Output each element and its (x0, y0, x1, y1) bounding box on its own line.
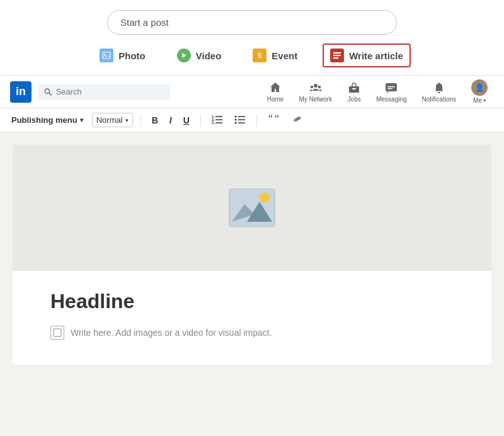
photo-button[interactable]: Photo (93, 45, 152, 66)
ordered-list-icon: 1. 2. 3. (212, 114, 223, 124)
publishing-menu-chevron-icon: ▾ (80, 117, 83, 123)
svg-line-7 (49, 93, 52, 95)
toolbar-divider-2 (200, 114, 201, 127)
search-icon (44, 88, 52, 96)
network-icon (309, 81, 323, 95)
write-article-button[interactable]: Write article (323, 43, 411, 67)
publishing-menu-button[interactable]: Publishing menu ▾ (8, 113, 87, 127)
svg-point-34 (260, 193, 270, 203)
nav-notifications-label: Notifications (422, 96, 456, 103)
svg-point-23 (234, 116, 236, 118)
italic-button[interactable]: I (166, 113, 175, 127)
nav-bar: in Home My Network (0, 76, 504, 108)
format-chevron-icon: ▾ (125, 117, 129, 123)
cover-image-placeholder-icon (227, 186, 277, 230)
nav-me-label: Me ▾ (473, 97, 486, 104)
start-post-placeholder: Start a post (120, 17, 169, 28)
photo-label: Photo (118, 50, 146, 61)
event-icon: 5 (253, 49, 266, 62)
unordered-list-button[interactable] (231, 112, 249, 128)
link-icon (292, 115, 303, 123)
video-button[interactable]: Video (171, 45, 228, 66)
headline-placeholder: Headline (50, 290, 134, 313)
home-icon (268, 81, 282, 95)
write-article-label: Write article (349, 50, 403, 61)
quote-button[interactable]: " " (265, 113, 284, 127)
write-article-icon (330, 49, 344, 62)
search-bar[interactable] (38, 84, 170, 100)
svg-rect-35 (54, 329, 61, 336)
bold-button[interactable]: B (149, 113, 161, 127)
cover-image-area[interactable] (13, 145, 491, 271)
write-hint-text: Write here. Add images or a video for vi… (71, 328, 272, 338)
svg-point-9 (311, 86, 313, 88)
svg-text:3.: 3. (212, 121, 215, 124)
messaging-icon (384, 81, 398, 95)
toolbar-divider-3 (256, 114, 257, 127)
nav-home[interactable]: Home (261, 78, 290, 105)
unordered-list-icon (234, 114, 246, 124)
svg-point-25 (234, 119, 236, 121)
nav-messaging-label: Messaging (376, 96, 406, 103)
event-label: Event (272, 50, 297, 61)
notifications-icon (432, 81, 446, 95)
video-label: Video (196, 50, 222, 61)
svg-rect-4 (333, 55, 341, 56)
svg-rect-15 (387, 88, 392, 89)
svg-point-27 (234, 122, 236, 124)
editor-area: Headline Write here. Add images or a vid… (0, 132, 504, 377)
format-select[interactable]: Normal ▾ (92, 113, 133, 127)
nav-network-label: My Network (299, 96, 332, 103)
nav-me[interactable]: 👤 Me ▾ (465, 77, 494, 106)
jobs-icon (347, 81, 361, 95)
chevron-down-icon: ▾ (483, 98, 486, 103)
avatar: 👤 (471, 79, 488, 96)
article-body: Headline Write here. Add images or a vid… (13, 271, 491, 365)
ordered-list-button[interactable]: 1. 2. 3. (209, 112, 226, 128)
post-action-bar: Photo Video 5 Event (13, 43, 491, 67)
underline-button[interactable]: U (180, 113, 193, 127)
linkedin-logo: in (10, 81, 32, 103)
write-hint-icon (50, 326, 64, 340)
nav-icons: Home My Network Jobs (261, 77, 494, 106)
post-creation-area: Start a post Photo Video (0, 0, 504, 76)
video-icon (177, 49, 191, 62)
link-button[interactable] (289, 113, 306, 127)
svg-point-8 (314, 84, 318, 88)
nav-jobs-label: Jobs (348, 96, 361, 103)
svg-marker-2 (182, 53, 186, 58)
svg-point-10 (318, 86, 321, 88)
headline-field[interactable]: Headline (50, 290, 454, 313)
photo-icon (100, 49, 113, 62)
svg-rect-5 (333, 57, 338, 59)
svg-rect-12 (352, 88, 356, 89)
svg-text:": " (268, 115, 273, 123)
svg-rect-0 (103, 52, 110, 59)
svg-point-6 (45, 89, 49, 93)
svg-rect-14 (387, 86, 395, 88)
quote-icon: " " (268, 115, 280, 123)
publishing-menu-label: Publishing menu (11, 115, 77, 125)
svg-point-16 (438, 92, 440, 93)
event-button[interactable]: 5 Event (246, 45, 304, 66)
write-hint-area: Write here. Add images or a video for vi… (50, 326, 454, 340)
nav-home-label: Home (267, 96, 284, 103)
format-label: Normal (96, 115, 123, 125)
toolbar-divider-1 (140, 114, 141, 127)
start-post-bar[interactable]: Start a post (107, 10, 397, 35)
nav-messaging[interactable]: Messaging (370, 78, 413, 105)
editor-toolbar: Publishing menu ▾ Normal ▾ B I U 1. 2. 3… (0, 108, 504, 132)
nav-network[interactable]: My Network (292, 78, 338, 105)
svg-rect-3 (333, 52, 341, 54)
svg-text:": " (274, 115, 280, 123)
nav-notifications[interactable]: Notifications (416, 78, 462, 105)
search-input[interactable] (56, 87, 164, 96)
nav-jobs[interactable]: Jobs (341, 78, 367, 105)
svg-point-1 (105, 54, 106, 55)
